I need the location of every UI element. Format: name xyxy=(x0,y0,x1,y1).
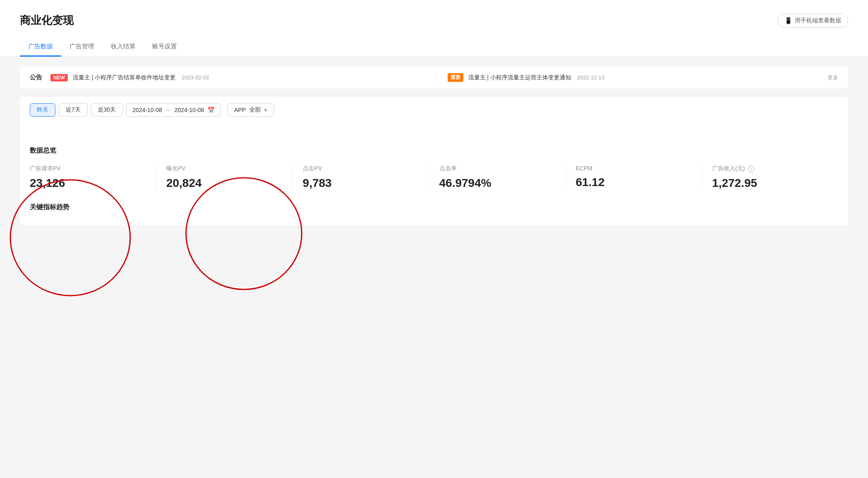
notice-item-2[interactable]: 重要 流量主 | 小程序流量主运营主体变更通知 2022-12-13 xyxy=(448,73,821,82)
app-filter-value: 全部 xyxy=(249,106,261,114)
notice-text-2: 流量主 | 小程序流量主运营主体变更通知 xyxy=(468,74,571,81)
stat-value-2: 9,783 xyxy=(303,177,419,190)
filter-yesterday-btn[interactable]: 昨天 xyxy=(30,103,55,117)
stat-value-0: 23,126 xyxy=(30,177,146,190)
stats-grid: 广告请求PV 23,126 曝光PV 20,824 点击PV 9,783 xyxy=(30,165,838,190)
tab-ad-management[interactable]: 广告管理 xyxy=(61,38,103,57)
stat-value-4: 61.12 xyxy=(576,176,692,189)
stat-label-3: 点击率 xyxy=(439,165,556,172)
stats-section-title: 数据总览 xyxy=(30,146,838,155)
stat-label-0: 广告请求PV xyxy=(30,165,146,172)
mobile-view-button[interactable]: 📱 用手机端查看数据 xyxy=(777,14,848,28)
stat-item-exposure-pv: 曝光PV 20,824 xyxy=(156,165,293,190)
stat-item-ad-request-pv: 广告请求PV 23,126 xyxy=(30,165,156,190)
stat-label-1: 曝光PV xyxy=(166,165,282,172)
badge-important: 重要 xyxy=(448,73,463,82)
key-metrics-title: 关键指标趋势 xyxy=(30,203,838,212)
chevron-down-icon: ▾ xyxy=(264,107,267,113)
main-tabs: 广告数据 广告管理 收入结算 账号设置 xyxy=(20,38,848,56)
stats-card: 数据总览 广告请求PV 23,126 曝光PV 20,824 点击PV xyxy=(20,135,848,225)
stat-value-5: 1,272.95 xyxy=(712,177,828,190)
notice-date-2: 2022-12-13 xyxy=(577,74,605,81)
stat-label-5: 广告收入(元) i xyxy=(712,165,828,172)
stat-value-3: 46.9794% xyxy=(439,177,556,190)
app-filter-dropdown[interactable]: APP 全部 ▾ xyxy=(227,103,274,117)
date-start: 2024-10-08 xyxy=(132,107,162,113)
badge-new: NEW xyxy=(50,74,68,81)
tab-account-settings[interactable]: 账号设置 xyxy=(144,38,185,57)
date-end: 2024-10-08 xyxy=(174,107,204,113)
phone-icon: 📱 xyxy=(785,17,792,24)
calendar-icon: 📅 xyxy=(207,107,215,113)
stat-item-click-rate: 点击率 46.9794% xyxy=(429,165,566,190)
notice-bar: 公告 NEW 流量主 | 小程序广告结算单收件地址变更 2023-02-02 重… xyxy=(20,67,848,88)
tab-ad-data[interactable]: 广告数据 xyxy=(20,38,61,57)
date-range-picker[interactable]: 2024-10-08 ～ 2024-10-08 📅 xyxy=(126,103,220,117)
notice-label: 公告 xyxy=(30,74,42,81)
notice-item-1[interactable]: NEW 流量主 | 小程序广告结算单收件地址变更 2023-02-02 xyxy=(50,74,424,81)
tab-revenue-settlement[interactable]: 收入结算 xyxy=(103,38,144,57)
notice-text-1: 流量主 | 小程序广告结算单收件地址变更 xyxy=(73,74,176,81)
stat-item-click-pv: 点击PV 9,783 xyxy=(293,165,429,190)
notice-divider xyxy=(436,74,436,81)
stat-label-4: ECPM xyxy=(576,165,692,172)
ad-revenue-info-icon[interactable]: i xyxy=(748,166,754,172)
date-tilde: ～ xyxy=(165,106,171,114)
notice-more-link[interactable]: 更多 xyxy=(827,74,838,81)
mobile-btn-label: 用手机端查看数据 xyxy=(795,17,841,24)
notice-date-1: 2023-02-02 xyxy=(181,74,209,81)
app-filter-label: APP xyxy=(234,107,246,113)
filter-7days-btn[interactable]: 近7天 xyxy=(59,103,88,117)
stat-label-2: 点击PV xyxy=(303,165,419,172)
filter-30days-btn[interactable]: 近30天 xyxy=(91,103,123,117)
stat-item-ad-revenue: 广告收入(元) i 1,272.95 xyxy=(702,165,838,190)
stat-value-1: 20,824 xyxy=(166,177,282,190)
stat-item-ecpm: ECPM 61.12 xyxy=(566,165,702,190)
filter-bar: 昨天 近7天 近30天 2024-10-08 ～ 2024-10-08 📅 AP… xyxy=(20,97,848,123)
page-title: 商业化变现 xyxy=(20,13,74,28)
